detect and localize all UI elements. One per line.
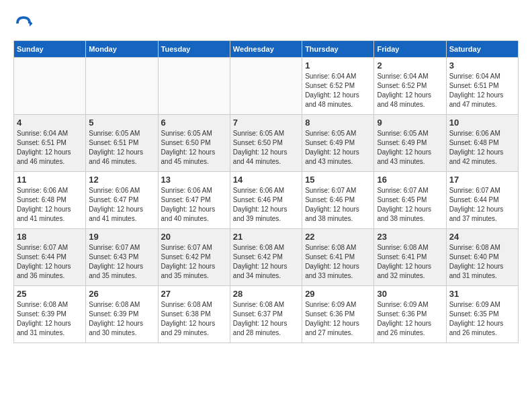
- calendar-day: 19Sunrise: 6:07 AMSunset: 6:43 PMDayligh…: [86, 229, 158, 286]
- calendar-day: 14Sunrise: 6:06 AMSunset: 6:46 PMDayligh…: [230, 172, 302, 229]
- day-info: Sunrise: 6:04 AMSunset: 6:51 PMDaylight:…: [449, 72, 515, 109]
- day-number: 3: [449, 60, 515, 71]
- calendar-day: [86, 58, 158, 115]
- day-number: 14: [233, 175, 299, 185]
- day-number: 31: [449, 289, 515, 299]
- calendar-week-row: 1Sunrise: 6:04 AMSunset: 6:52 PMDaylight…: [14, 58, 519, 115]
- day-number: 28: [233, 289, 299, 299]
- col-header-sunday: Sunday: [14, 41, 86, 58]
- calendar-day: 28Sunrise: 6:08 AMSunset: 6:37 PMDayligh…: [230, 286, 302, 343]
- col-header-thursday: Thursday: [302, 41, 374, 58]
- calendar-day: 7Sunrise: 6:05 AMSunset: 6:50 PMDaylight…: [230, 115, 302, 172]
- day-number: 26: [89, 289, 154, 299]
- day-info: Sunrise: 6:04 AMSunset: 6:52 PMDaylight:…: [377, 72, 443, 109]
- calendar-day: [158, 58, 230, 115]
- day-info: Sunrise: 6:08 AMSunset: 6:40 PMDaylight:…: [449, 243, 515, 281]
- day-info: Sunrise: 6:05 AMSunset: 6:51 PMDaylight:…: [89, 129, 154, 167]
- calendar-week-row: 11Sunrise: 6:06 AMSunset: 6:48 PMDayligh…: [14, 172, 519, 229]
- day-info: Sunrise: 6:06 AMSunset: 6:47 PMDaylight:…: [161, 186, 227, 224]
- calendar-day: 6Sunrise: 6:05 AMSunset: 6:50 PMDaylight…: [158, 115, 230, 172]
- calendar-day: 26Sunrise: 6:08 AMSunset: 6:39 PMDayligh…: [86, 286, 158, 343]
- day-number: 24: [449, 232, 515, 242]
- day-number: 8: [305, 118, 371, 128]
- day-info: Sunrise: 6:05 AMSunset: 6:49 PMDaylight:…: [305, 129, 371, 167]
- calendar-day: 27Sunrise: 6:08 AMSunset: 6:38 PMDayligh…: [158, 286, 230, 343]
- day-number: 4: [17, 118, 83, 128]
- day-number: 25: [17, 289, 83, 299]
- calendar-day: [230, 58, 302, 115]
- day-info: Sunrise: 6:09 AMSunset: 6:36 PMDaylight:…: [305, 300, 371, 338]
- calendar-day: 8Sunrise: 6:05 AMSunset: 6:49 PMDaylight…: [302, 115, 374, 172]
- day-info: Sunrise: 6:07 AMSunset: 6:44 PMDaylight:…: [17, 243, 83, 281]
- calendar-day: 3Sunrise: 6:04 AMSunset: 6:51 PMDaylight…: [446, 58, 518, 115]
- col-header-wednesday: Wednesday: [230, 41, 302, 58]
- day-info: Sunrise: 6:08 AMSunset: 6:37 PMDaylight:…: [233, 300, 299, 338]
- day-number: 10: [449, 118, 515, 128]
- day-number: 9: [377, 118, 443, 128]
- calendar-day: 31Sunrise: 6:09 AMSunset: 6:35 PMDayligh…: [446, 286, 518, 343]
- day-number: 2: [377, 60, 443, 71]
- calendar-week-row: 25Sunrise: 6:08 AMSunset: 6:39 PMDayligh…: [14, 286, 519, 343]
- day-info: Sunrise: 6:06 AMSunset: 6:48 PMDaylight:…: [449, 129, 515, 167]
- calendar-day: 2Sunrise: 6:04 AMSunset: 6:52 PMDaylight…: [374, 58, 446, 115]
- calendar-day: 24Sunrise: 6:08 AMSunset: 6:40 PMDayligh…: [446, 229, 518, 286]
- day-info: Sunrise: 6:07 AMSunset: 6:46 PMDaylight:…: [305, 186, 371, 224]
- day-info: Sunrise: 6:08 AMSunset: 6:42 PMDaylight:…: [233, 243, 299, 281]
- calendar-day: 23Sunrise: 6:08 AMSunset: 6:41 PMDayligh…: [374, 229, 446, 286]
- day-info: Sunrise: 6:04 AMSunset: 6:52 PMDaylight:…: [305, 72, 371, 109]
- calendar-day: 13Sunrise: 6:06 AMSunset: 6:47 PMDayligh…: [158, 172, 230, 229]
- col-header-friday: Friday: [374, 41, 446, 58]
- day-number: 6: [161, 118, 227, 128]
- day-number: 16: [377, 175, 443, 185]
- day-info: Sunrise: 6:08 AMSunset: 6:39 PMDaylight:…: [17, 300, 83, 338]
- day-number: 23: [377, 232, 443, 242]
- calendar-day: 11Sunrise: 6:06 AMSunset: 6:48 PMDayligh…: [14, 172, 86, 229]
- day-number: 7: [233, 118, 299, 128]
- calendar-day: 18Sunrise: 6:07 AMSunset: 6:44 PMDayligh…: [14, 229, 86, 286]
- day-info: Sunrise: 6:05 AMSunset: 6:49 PMDaylight:…: [377, 129, 443, 167]
- day-info: Sunrise: 6:08 AMSunset: 6:41 PMDaylight:…: [377, 243, 443, 281]
- calendar-day: 9Sunrise: 6:05 AMSunset: 6:49 PMDaylight…: [374, 115, 446, 172]
- day-number: 19: [89, 232, 154, 242]
- calendar-day: 4Sunrise: 6:04 AMSunset: 6:51 PMDaylight…: [14, 115, 86, 172]
- calendar-day: 16Sunrise: 6:07 AMSunset: 6:45 PMDayligh…: [374, 172, 446, 229]
- calendar-header-row: SundayMondayTuesdayWednesdayThursdayFrid…: [14, 41, 519, 58]
- calendar-day: 29Sunrise: 6:09 AMSunset: 6:36 PMDayligh…: [302, 286, 374, 343]
- day-number: 30: [377, 289, 443, 299]
- day-info: Sunrise: 6:08 AMSunset: 6:38 PMDaylight:…: [161, 300, 227, 338]
- day-info: Sunrise: 6:09 AMSunset: 6:35 PMDaylight:…: [449, 300, 515, 338]
- day-info: Sunrise: 6:09 AMSunset: 6:36 PMDaylight:…: [377, 300, 443, 338]
- calendar-day: [14, 58, 86, 115]
- day-number: 15: [305, 175, 371, 185]
- calendar-day: 12Sunrise: 6:06 AMSunset: 6:47 PMDayligh…: [86, 172, 158, 229]
- calendar-day: 25Sunrise: 6:08 AMSunset: 6:39 PMDayligh…: [14, 286, 86, 343]
- day-info: Sunrise: 6:07 AMSunset: 6:45 PMDaylight:…: [377, 186, 443, 224]
- day-info: Sunrise: 6:07 AMSunset: 6:44 PMDaylight:…: [449, 186, 515, 224]
- calendar-day: 1Sunrise: 6:04 AMSunset: 6:52 PMDaylight…: [302, 58, 374, 115]
- day-number: 11: [17, 175, 83, 185]
- day-number: 21: [233, 232, 299, 242]
- calendar-day: 17Sunrise: 6:07 AMSunset: 6:44 PMDayligh…: [446, 172, 518, 229]
- day-info: Sunrise: 6:07 AMSunset: 6:42 PMDaylight:…: [161, 243, 227, 281]
- col-header-saturday: Saturday: [446, 41, 518, 58]
- day-number: 12: [89, 175, 154, 185]
- day-info: Sunrise: 6:05 AMSunset: 6:50 PMDaylight:…: [161, 129, 227, 167]
- day-number: 20: [161, 232, 227, 242]
- calendar-day: 20Sunrise: 6:07 AMSunset: 6:42 PMDayligh…: [158, 229, 230, 286]
- day-number: 27: [161, 289, 227, 299]
- calendar-week-row: 4Sunrise: 6:04 AMSunset: 6:51 PMDaylight…: [14, 115, 519, 172]
- day-number: 13: [161, 175, 227, 185]
- day-number: 22: [305, 232, 371, 242]
- day-info: Sunrise: 6:06 AMSunset: 6:48 PMDaylight:…: [17, 186, 83, 224]
- day-number: 18: [17, 232, 83, 242]
- day-info: Sunrise: 6:08 AMSunset: 6:41 PMDaylight:…: [305, 243, 371, 281]
- calendar-day: 15Sunrise: 6:07 AMSunset: 6:46 PMDayligh…: [302, 172, 374, 229]
- day-info: Sunrise: 6:08 AMSunset: 6:39 PMDaylight:…: [89, 300, 154, 338]
- day-number: 29: [305, 289, 371, 299]
- svg-marker-0: [30, 21, 33, 27]
- day-number: 5: [89, 118, 154, 128]
- day-number: 1: [305, 60, 371, 71]
- day-info: Sunrise: 6:07 AMSunset: 6:43 PMDaylight:…: [89, 243, 154, 281]
- col-header-tuesday: Tuesday: [158, 41, 230, 58]
- logo-icon: [13, 13, 34, 34]
